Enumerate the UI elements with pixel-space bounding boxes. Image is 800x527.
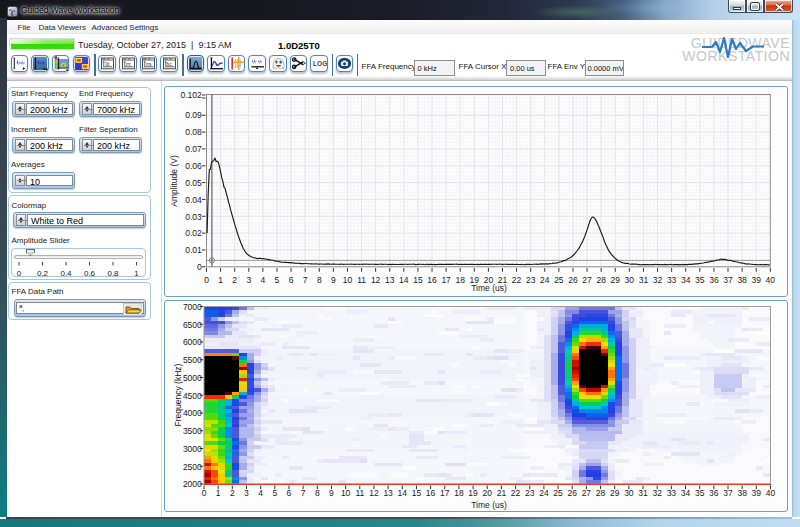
svg-text:9: 9	[331, 275, 336, 285]
svg-text:2000: 2000	[183, 479, 202, 489]
svg-text:27: 27	[582, 488, 592, 498]
svg-text:32: 32	[652, 488, 662, 498]
svg-text:33: 33	[667, 275, 677, 285]
svg-text:0.02: 0.02	[185, 228, 202, 238]
svg-text:0.07: 0.07	[185, 144, 202, 154]
svg-text:39: 39	[751, 275, 761, 285]
svg-text:6500: 6500	[183, 320, 202, 330]
svg-text:0: 0	[202, 488, 207, 498]
svg-text:0.06: 0.06	[185, 161, 202, 171]
svg-text:4500: 4500	[183, 391, 202, 401]
svg-text:25: 25	[553, 488, 563, 498]
svg-text:5000: 5000	[183, 373, 202, 383]
svg-text:37: 37	[723, 488, 733, 498]
svg-text:36: 36	[709, 275, 719, 285]
svg-text:5: 5	[275, 275, 280, 285]
svg-text:13: 13	[383, 488, 393, 498]
svg-text:20: 20	[483, 488, 493, 498]
svg-text:39: 39	[752, 488, 762, 498]
svg-text:23: 23	[526, 275, 536, 285]
svg-text:12: 12	[369, 488, 379, 498]
svg-text:1: 1	[218, 275, 223, 285]
svg-text:26: 26	[567, 488, 577, 498]
svg-text:11: 11	[355, 488, 364, 498]
svg-text:40: 40	[766, 488, 776, 498]
svg-text:3: 3	[244, 488, 249, 498]
svg-text:Frequency (kHz): Frequency (kHz)	[173, 363, 183, 426]
svg-text:24: 24	[539, 488, 549, 498]
svg-text:0: 0	[197, 262, 202, 272]
svg-text:0.01: 0.01	[185, 245, 202, 255]
svg-text:0.05: 0.05	[185, 178, 202, 188]
svg-text:2: 2	[230, 488, 235, 498]
svg-text:0.102: 0.102	[181, 90, 203, 100]
svg-text:31: 31	[639, 275, 649, 285]
svg-text:28: 28	[596, 275, 606, 285]
svg-text:21: 21	[497, 488, 507, 498]
svg-text:8: 8	[317, 275, 322, 285]
svg-text:35: 35	[695, 275, 705, 285]
svg-text:34: 34	[681, 488, 691, 498]
svg-text:7000: 7000	[183, 302, 202, 312]
svg-text:0.04: 0.04	[185, 195, 202, 205]
svg-text:0.09: 0.09	[185, 110, 202, 120]
svg-text:5500: 5500	[183, 355, 202, 365]
svg-text:25: 25	[554, 275, 564, 285]
svg-text:24: 24	[540, 275, 550, 285]
svg-text:2500: 2500	[183, 462, 202, 472]
svg-text:3500: 3500	[183, 426, 202, 436]
svg-text:Time (us): Time (us)	[471, 500, 507, 510]
svg-text:33: 33	[667, 488, 677, 498]
svg-text:Amplitude (V): Amplitude (V)	[169, 155, 179, 207]
svg-text:7: 7	[301, 488, 306, 498]
svg-text:10: 10	[341, 488, 351, 498]
svg-text:1: 1	[216, 488, 221, 498]
svg-text:18: 18	[454, 488, 464, 498]
svg-text:6000: 6000	[183, 337, 202, 347]
svg-text:11: 11	[357, 275, 366, 285]
svg-text:4000: 4000	[183, 408, 202, 418]
svg-text:29: 29	[610, 488, 620, 498]
svg-text:10: 10	[343, 275, 353, 285]
svg-text:18: 18	[455, 275, 465, 285]
svg-text:14: 14	[398, 488, 408, 498]
svg-text:6: 6	[287, 488, 292, 498]
svg-text:9: 9	[329, 488, 334, 498]
svg-text:36: 36	[709, 488, 719, 498]
svg-text:30: 30	[624, 488, 634, 498]
svg-text:2: 2	[232, 275, 237, 285]
svg-text:12: 12	[371, 275, 381, 285]
svg-text:22: 22	[512, 275, 522, 285]
svg-text:32: 32	[653, 275, 663, 285]
svg-text:38: 38	[737, 488, 747, 498]
svg-text:23: 23	[525, 488, 535, 498]
svg-text:0: 0	[204, 275, 209, 285]
svg-text:35: 35	[695, 488, 705, 498]
svg-text:19: 19	[468, 488, 478, 498]
svg-text:38: 38	[737, 275, 747, 285]
svg-text:16: 16	[426, 488, 436, 498]
svg-text:16: 16	[427, 275, 437, 285]
svg-text:15: 15	[413, 275, 423, 285]
svg-text:40: 40	[766, 275, 776, 285]
svg-text:37: 37	[723, 275, 733, 285]
svg-text:8: 8	[315, 488, 320, 498]
svg-text:14: 14	[399, 275, 409, 285]
svg-text:27: 27	[582, 275, 592, 285]
svg-text:7: 7	[303, 275, 308, 285]
svg-text:13: 13	[385, 275, 395, 285]
svg-text:26: 26	[568, 275, 578, 285]
svg-text:4: 4	[258, 488, 263, 498]
svg-text:17: 17	[440, 488, 450, 498]
svg-text:28: 28	[596, 488, 606, 498]
svg-text:17: 17	[441, 275, 451, 285]
svg-text:31: 31	[638, 488, 648, 498]
svg-text:4: 4	[261, 275, 266, 285]
svg-text:29: 29	[611, 275, 621, 285]
svg-text:0.03: 0.03	[185, 212, 202, 222]
svg-text:5: 5	[272, 488, 277, 498]
svg-text:6: 6	[289, 275, 294, 285]
svg-text:15: 15	[412, 488, 422, 498]
svg-text:22: 22	[511, 488, 521, 498]
svg-text:0.08: 0.08	[185, 127, 202, 137]
